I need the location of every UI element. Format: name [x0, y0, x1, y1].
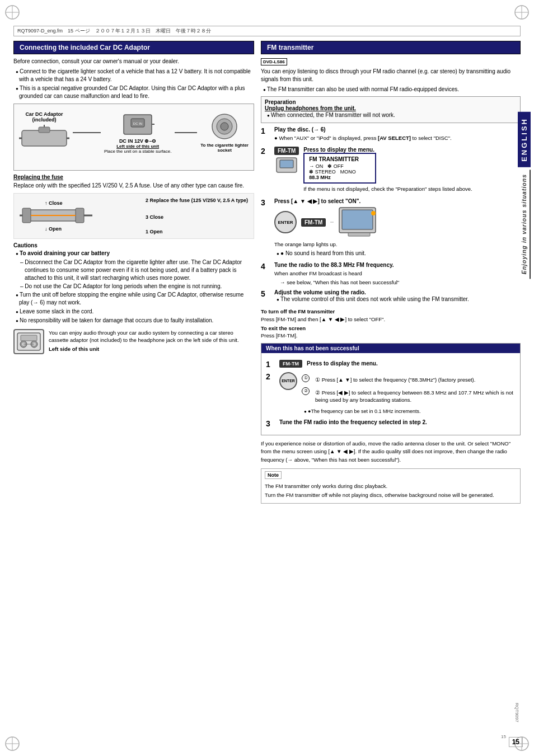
ns-step-3: 3 Tune the FM radio into the frequency s…: [266, 419, 516, 428]
fm-step-3: 3 Press [▲ ▼ ◀ ▶] to select "ON". ENTER …: [261, 198, 521, 259]
note-box: Note The FM transmitter only works durin…: [261, 468, 521, 504]
ns-step-3-num: 3: [266, 419, 275, 428]
caution-dash-1: Disconnect the Car DC Adaptor from the c…: [13, 259, 254, 282]
step-5-content: Adjust the volume using the radio. The v…: [274, 289, 521, 304]
exit-text: Press [FM-TM].: [261, 332, 297, 339]
svg-rect-42: [280, 160, 293, 168]
step-3-sound-note: ● No sound is heard from this unit.: [274, 250, 521, 257]
svg-rect-13: [39, 127, 50, 133]
fm-tm-label-box: FM-TM: [301, 218, 326, 227]
step-1-detail: ● When "AUX" or "iPod" is displayed, pre…: [274, 134, 521, 142]
english-label: ENGLISH: [518, 112, 531, 167]
adaptor-box: Car DC Adaptor(included): [19, 111, 69, 154]
enter-button-step3[interactable]: ENTER: [274, 211, 297, 233]
step-2-content: FM-TM Press to display the menu.: [274, 147, 521, 194]
step-2-title: Press to display the menu.: [303, 147, 472, 153]
ns-detail-1: ① Press [▲ ▼] to select the frequency ("…: [315, 376, 475, 383]
ns-freq-1: ① ① Press [▲ ▼] to select the frequency …: [302, 374, 516, 385]
turn-off-label: To turn off the FM transmitter: [261, 308, 335, 314]
note-title: Note: [265, 471, 282, 479]
enjoying-text: Enjoying in various situations: [518, 170, 531, 279]
step-3-title: Press [▲ ▼ ◀ ▶] to select "ON".: [274, 198, 521, 204]
fuse-diagram: ↓ Open ↑ Close 2 Replace the fuse (125 V…: [13, 193, 254, 239]
svg-text:↑ Close: ↑ Close: [45, 200, 63, 206]
left-bullet-1: Connect to the cigarette lighter socket …: [13, 68, 254, 83]
svg-text:DC IN: DC IN: [133, 122, 142, 125]
ns-step-1-num: 1: [266, 360, 275, 369]
left-side-label-bottom: Left side of this unit: [49, 346, 254, 352]
ns-step-2-details: ① ① Press [▲ ▼] to select the frequency …: [302, 372, 516, 416]
step-4-arrow: → see below, "When this has not been suc…: [274, 279, 521, 286]
svg-rect-39: [21, 335, 37, 341]
fm-menu-row-2: ✽ STEREOMONO: [309, 169, 371, 175]
fm-bullet-1: The FM transmitter can also be used with…: [261, 86, 521, 93]
fm-section-title: FM transmitter: [261, 41, 521, 54]
dvd-badge: DVD-LS86: [261, 58, 287, 65]
left-intro: Before connection, consult your car owne…: [13, 58, 254, 65]
left-column: Connecting the included Car DC Adaptor B…: [13, 41, 254, 507]
ns-circle-2: ②: [302, 387, 310, 395]
turn-off-section-inner: To turn off the FM transmitter Press [FM…: [261, 308, 521, 323]
car-dc-diagram: Car DC Adaptor(included): [13, 104, 254, 171]
fm-tm-ns-label: FM-TM: [279, 360, 302, 368]
fm-menu-row-1: → ON✽ OFF: [309, 163, 371, 169]
ns-detail-2: ② Press [◀ ▶] to select a frequency betw…: [315, 389, 516, 404]
step-1-content: Play the disc. (→ 6) ● When "AUX" or "iP…: [274, 126, 521, 143]
not-successful-box: When this has not been successful 1 FM-T…: [261, 343, 521, 435]
fm-tm-step2-icon: FM-TM: [274, 147, 299, 173]
left-section-title: Connecting the included Car DC Adaptor: [13, 41, 254, 54]
fm-menu-freq: 88.3 MHz: [309, 175, 371, 180]
fm-step-2: 2 FM-TM: [261, 147, 521, 194]
ns-circle-1: ①: [302, 374, 310, 382]
fuse-title: Replacing the fuse: [13, 174, 254, 180]
audio-tip-text: You can enjoy audio through your car aud…: [49, 329, 254, 344]
svg-rect-45: [342, 210, 373, 229]
audio-tip: You can enjoy audio through your car aud…: [13, 329, 254, 354]
turn-off-section: To turn off the FM transmitter Press [FM…: [261, 308, 521, 339]
svg-text:↓ Open: ↓ Open: [45, 226, 62, 232]
not-successful-content: 1 FM-TM Press to display the menu. 2 ENT…: [261, 353, 520, 435]
footer-note: If you experience noise or distortion of…: [261, 440, 521, 464]
step-4-content: Tune the radio to the 88.3 MHz FM freque…: [274, 262, 521, 287]
orange-lamp: [371, 211, 376, 215]
fm-tm-label: FM-TM: [274, 147, 299, 155]
step-5-num: 5: [261, 289, 270, 298]
step-1-num: 1: [261, 126, 270, 135]
header-bar: RQT9097-D_eng.fm 15 ページ ２００７年１２月１３日 木曜日 …: [13, 26, 521, 36]
fm-intro: You can enjoy listening to discs through…: [261, 68, 521, 83]
svg-rect-28: [76, 208, 84, 223]
prep-sub: Unplug headphones from the unit.: [265, 105, 517, 111]
enter-btn-ns[interactable]: ENTER: [279, 372, 297, 390]
preparation-box: Preparation Unplug headphones from the u…: [261, 96, 521, 123]
fm-menu-title: FM TRANSMITTER: [309, 156, 371, 162]
cigarette-box: To the cigarette lightersocket: [200, 112, 249, 153]
turn-off-text: Press [FM-TM] and then [▲ ▼ ◀ ▶] to sele…: [261, 316, 385, 322]
fm-step-1: 1 Play the disc. (→ 6) ● When "AUX" or "…: [261, 126, 521, 143]
exit-section-inner: To exit the screen Press [FM-TM].: [261, 325, 521, 340]
step-4-title: Tune the radio to the 88.3 MHz FM freque…: [274, 262, 521, 268]
step-3-lamp-note: The orange lamp lights up.: [274, 241, 521, 248]
step-5-title: Adjust the volume using the radio.: [274, 289, 521, 295]
caution-dash-2: Do not use the Car DC Adaptor for long p…: [13, 283, 254, 290]
fm-menu-box: FM TRANSMITTER → ON✽ OFF ✽ STEREOMONO 88…: [303, 153, 376, 184]
step-1-title: Play the disc. (→ 6): [274, 126, 521, 133]
ns-step-2: 2 ENTER ① ① Press [▲ ▼] to select the fr…: [266, 372, 516, 416]
step-3-content: Press [▲ ▼ ◀ ▶] to select "ON". ENTER FM…: [274, 198, 521, 259]
fuse-section: Replacing the fuse Replace only with the…: [13, 174, 254, 239]
step-3-num: 3: [261, 198, 270, 207]
cautions-section: Cautions To avoid draining your car batt…: [13, 242, 254, 325]
prep-title: Preparation: [265, 99, 517, 105]
prep-bullet: When connected, the FM transmitter will …: [265, 111, 517, 119]
svg-point-25: [221, 123, 228, 130]
page-num-small: 15: [501, 734, 506, 739]
fuse-step3: 3 Close: [146, 214, 248, 220]
ns-step-2-num: 2: [266, 372, 275, 381]
dc-in-box: DC IN DC IN 12V ⊕–⊖ Left side of this un…: [104, 112, 172, 154]
right-column: FM transmitter DVD-LS86 You can enjoy li…: [261, 41, 521, 507]
ns-step-1: 1 FM-TM Press to display the menu.: [266, 360, 516, 369]
step-4-num: 4: [261, 262, 270, 271]
left-bullet-2: This is a special negative grounded Car …: [13, 84, 254, 100]
header-text: RQT9097-D_eng.fm 15 ページ ２００７年１２月１３日 木曜日 …: [17, 27, 211, 35]
fuse-desc: Replace only with the specified 125 V/25…: [13, 182, 254, 190]
caution-battery-bullet: To avoid draining your car battery: [13, 250, 254, 257]
